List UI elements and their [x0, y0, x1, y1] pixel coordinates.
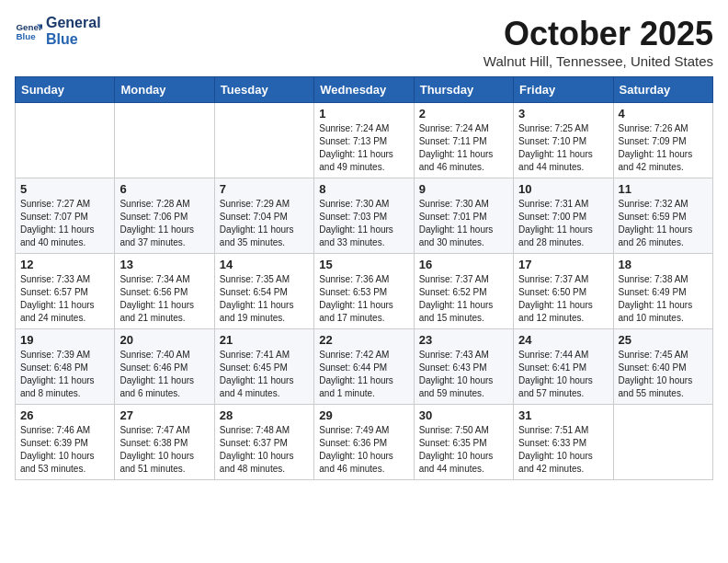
calendar-cell: 26Sunrise: 7:46 AM Sunset: 6:39 PM Dayli… [16, 405, 115, 480]
day-info: Sunrise: 7:43 AM Sunset: 6:43 PM Dayligh… [419, 349, 508, 400]
day-number: 17 [518, 258, 608, 271]
calendar-cell: 3Sunrise: 7:25 AM Sunset: 7:10 PM Daylig… [514, 103, 613, 178]
day-number: 22 [319, 333, 408, 347]
day-number: 20 [119, 333, 209, 347]
location: Walnut Hill, Tennessee, United States [483, 53, 713, 69]
weekday-header-thursday: Thursday [414, 77, 513, 103]
svg-text:General: General [17, 21, 43, 31]
logo-line1: General [46, 15, 101, 31]
calendar-cell: 2Sunrise: 7:24 AM Sunset: 7:11 PM Daylig… [414, 103, 513, 178]
calendar-week-row: 1Sunrise: 7:24 AM Sunset: 7:13 PM Daylig… [16, 103, 713, 178]
day-number: 8 [319, 182, 408, 196]
svg-text:Blue: Blue [17, 31, 37, 41]
day-info: Sunrise: 7:41 AM Sunset: 6:45 PM Dayligh… [220, 349, 309, 400]
day-number: 10 [518, 182, 608, 196]
day-info: Sunrise: 7:25 AM Sunset: 7:10 PM Dayligh… [518, 122, 608, 174]
calendar-cell: 19Sunrise: 7:39 AM Sunset: 6:48 PM Dayli… [16, 329, 115, 405]
day-info: Sunrise: 7:29 AM Sunset: 7:04 PM Dayligh… [220, 198, 309, 249]
day-info: Sunrise: 7:27 AM Sunset: 7:07 PM Dayligh… [20, 198, 109, 249]
day-info: Sunrise: 7:44 AM Sunset: 6:41 PM Dayligh… [518, 349, 608, 400]
calendar-week-row: 19Sunrise: 7:39 AM Sunset: 6:48 PM Dayli… [16, 329, 713, 405]
calendar-cell: 15Sunrise: 7:36 AM Sunset: 6:53 PM Dayli… [314, 254, 414, 329]
day-info: Sunrise: 7:31 AM Sunset: 7:00 PM Dayligh… [518, 198, 608, 249]
day-number: 19 [20, 333, 109, 347]
calendar-cell: 17Sunrise: 7:37 AM Sunset: 6:50 PM Dayli… [514, 254, 613, 329]
day-info: Sunrise: 7:33 AM Sunset: 6:57 PM Dayligh… [20, 273, 109, 325]
day-info: Sunrise: 7:28 AM Sunset: 7:06 PM Dayligh… [119, 198, 209, 249]
day-info: Sunrise: 7:42 AM Sunset: 6:44 PM Dayligh… [319, 349, 408, 400]
day-info: Sunrise: 7:32 AM Sunset: 6:59 PM Dayligh… [619, 198, 708, 249]
day-number: 12 [20, 258, 109, 271]
calendar-cell [16, 103, 115, 178]
day-number: 14 [220, 258, 309, 271]
calendar-cell: 12Sunrise: 7:33 AM Sunset: 6:57 PM Dayli… [16, 254, 115, 329]
calendar-cell: 28Sunrise: 7:48 AM Sunset: 6:37 PM Dayli… [214, 405, 313, 480]
day-info: Sunrise: 7:48 AM Sunset: 6:37 PM Dayligh… [220, 424, 309, 476]
calendar-cell: 13Sunrise: 7:34 AM Sunset: 6:56 PM Dayli… [115, 254, 214, 329]
day-number: 30 [419, 408, 508, 422]
day-number: 29 [319, 408, 408, 422]
day-info: Sunrise: 7:45 AM Sunset: 6:40 PM Dayligh… [619, 349, 708, 400]
day-number: 9 [419, 182, 508, 196]
day-number: 2 [419, 107, 508, 121]
day-number: 28 [220, 408, 309, 422]
calendar-cell: 30Sunrise: 7:50 AM Sunset: 6:35 PM Dayli… [414, 405, 513, 480]
day-number: 16 [419, 258, 508, 271]
day-number: 13 [119, 258, 209, 271]
calendar-cell: 27Sunrise: 7:47 AM Sunset: 6:38 PM Dayli… [115, 405, 214, 480]
calendar-cell [115, 103, 214, 178]
day-info: Sunrise: 7:24 AM Sunset: 7:13 PM Dayligh… [319, 122, 408, 174]
day-number: 25 [619, 333, 708, 347]
calendar-cell: 29Sunrise: 7:49 AM Sunset: 6:36 PM Dayli… [314, 405, 414, 480]
day-info: Sunrise: 7:24 AM Sunset: 7:11 PM Dayligh… [419, 122, 508, 174]
day-info: Sunrise: 7:26 AM Sunset: 7:09 PM Dayligh… [619, 122, 708, 174]
calendar-cell: 16Sunrise: 7:37 AM Sunset: 6:52 PM Dayli… [414, 254, 513, 329]
weekday-header-wednesday: Wednesday [314, 77, 414, 103]
calendar-cell: 8Sunrise: 7:30 AM Sunset: 7:03 PM Daylig… [314, 178, 414, 254]
day-info: Sunrise: 7:39 AM Sunset: 6:48 PM Dayligh… [20, 349, 109, 400]
page-header: General Blue General Blue October 2025 W… [15, 15, 713, 69]
day-info: Sunrise: 7:36 AM Sunset: 6:53 PM Dayligh… [319, 273, 408, 325]
day-info: Sunrise: 7:37 AM Sunset: 6:52 PM Dayligh… [419, 273, 508, 325]
day-number: 15 [319, 258, 408, 271]
day-number: 27 [119, 408, 209, 422]
calendar-cell: 5Sunrise: 7:27 AM Sunset: 7:07 PM Daylig… [16, 178, 115, 254]
day-number: 6 [119, 182, 209, 196]
calendar-cell: 20Sunrise: 7:40 AM Sunset: 6:46 PM Dayli… [115, 329, 214, 405]
logo: General Blue General Blue [15, 15, 101, 47]
day-number: 4 [619, 107, 708, 121]
title-block: October 2025 Walnut Hill, Tennessee, Uni… [483, 15, 713, 69]
calendar-cell: 23Sunrise: 7:43 AM Sunset: 6:43 PM Dayli… [414, 329, 513, 405]
calendar-cell: 18Sunrise: 7:38 AM Sunset: 6:49 PM Dayli… [613, 254, 712, 329]
day-info: Sunrise: 7:40 AM Sunset: 6:46 PM Dayligh… [119, 349, 209, 400]
calendar-week-row: 5Sunrise: 7:27 AM Sunset: 7:07 PM Daylig… [16, 178, 713, 254]
calendar-cell: 31Sunrise: 7:51 AM Sunset: 6:33 PM Dayli… [514, 405, 613, 480]
logo-line2: Blue [46, 31, 101, 48]
day-info: Sunrise: 7:34 AM Sunset: 6:56 PM Dayligh… [119, 273, 209, 325]
calendar-cell: 1Sunrise: 7:24 AM Sunset: 7:13 PM Daylig… [314, 103, 414, 178]
calendar-cell: 24Sunrise: 7:44 AM Sunset: 6:41 PM Dayli… [514, 329, 613, 405]
weekday-header-friday: Friday [514, 77, 613, 103]
day-info: Sunrise: 7:37 AM Sunset: 6:50 PM Dayligh… [518, 273, 608, 325]
weekday-header-sunday: Sunday [16, 77, 115, 103]
calendar-cell: 22Sunrise: 7:42 AM Sunset: 6:44 PM Dayli… [314, 329, 414, 405]
calendar-cell: 7Sunrise: 7:29 AM Sunset: 7:04 PM Daylig… [214, 178, 313, 254]
day-number: 1 [319, 107, 408, 121]
calendar-cell: 21Sunrise: 7:41 AM Sunset: 6:45 PM Dayli… [214, 329, 313, 405]
calendar-cell [613, 405, 712, 480]
calendar-cell: 10Sunrise: 7:31 AM Sunset: 7:00 PM Dayli… [514, 178, 613, 254]
day-info: Sunrise: 7:51 AM Sunset: 6:33 PM Dayligh… [518, 424, 608, 476]
day-info: Sunrise: 7:47 AM Sunset: 6:38 PM Dayligh… [119, 424, 209, 476]
calendar-cell [214, 103, 313, 178]
logo-icon: General Blue [15, 17, 42, 45]
day-info: Sunrise: 7:46 AM Sunset: 6:39 PM Dayligh… [20, 424, 109, 476]
calendar-cell: 6Sunrise: 7:28 AM Sunset: 7:06 PM Daylig… [115, 178, 214, 254]
calendar-cell: 11Sunrise: 7:32 AM Sunset: 6:59 PM Dayli… [613, 178, 712, 254]
day-info: Sunrise: 7:38 AM Sunset: 6:49 PM Dayligh… [619, 273, 708, 325]
weekday-header-monday: Monday [115, 77, 214, 103]
day-number: 24 [518, 333, 608, 347]
month-title: October 2025 [483, 15, 713, 53]
calendar-week-row: 12Sunrise: 7:33 AM Sunset: 6:57 PM Dayli… [16, 254, 713, 329]
calendar-cell: 14Sunrise: 7:35 AM Sunset: 6:54 PM Dayli… [214, 254, 313, 329]
day-number: 18 [619, 258, 708, 271]
